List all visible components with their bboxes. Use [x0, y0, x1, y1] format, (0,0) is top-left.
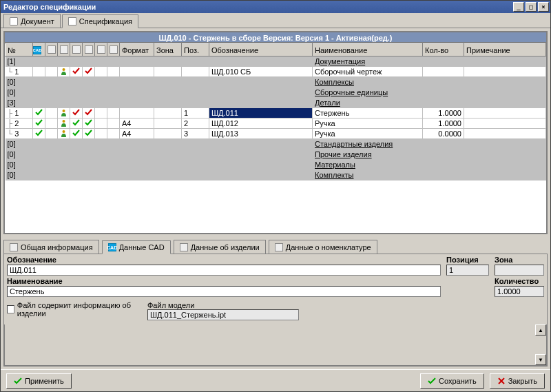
section-link[interactable]: Комплексы: [315, 78, 354, 86]
section-row[interactable]: [1] Документация: [6, 56, 546, 67]
model-area: ▲ ▼: [4, 324, 547, 366]
check-icon: [35, 119, 43, 127]
col-zone[interactable]: Зона: [154, 44, 182, 56]
check-icon: [85, 109, 92, 116]
check-icon: [72, 130, 80, 137]
col-icon-2[interactable]: [45, 44, 58, 56]
name-label: Наименование: [7, 277, 441, 285]
maximize-button[interactable]: □: [526, 2, 537, 12]
tab-general-info-label: Общая информация: [21, 243, 93, 251]
designation-field[interactable]: ШД.011: [7, 265, 441, 276]
apply-button[interactable]: Применить: [6, 373, 72, 389]
check-icon: [428, 377, 436, 385]
table-row[interactable]: ├ 2 A42 ШД.012 Ручка1.0000: [6, 118, 546, 129]
scroll-up[interactable]: ▲: [535, 324, 546, 336]
section-link[interactable]: Комплекты: [315, 171, 353, 179]
close-button[interactable]: Закрыть: [490, 373, 545, 389]
zone-label: Зона: [495, 256, 544, 264]
tab-icon: [180, 243, 188, 251]
tab-general-info[interactable]: Общая информация: [3, 240, 99, 254]
main-tabbar: Документ Спецификация: [1, 13, 550, 28]
col-icon-person[interactable]: [70, 44, 83, 56]
section-link[interactable]: Прочие изделия: [315, 150, 372, 158]
section-link[interactable]: Сборочные единицы: [315, 88, 388, 96]
section-row[interactable]: [0] Комплекты: [6, 170, 546, 180]
position-field: 1: [446, 265, 489, 276]
close-window-button[interactable]: ×: [538, 2, 549, 12]
spec-banner: ШД.010 - Стержень в сборе Версия: Версия…: [4, 32, 547, 43]
col-name[interactable]: Наименование: [313, 44, 423, 56]
col-icon-3[interactable]: [58, 44, 70, 56]
check-icon: [85, 119, 92, 127]
titlebar: Редактор спецификации _ □ ×: [1, 1, 550, 13]
check-icon: [35, 130, 43, 137]
col-icon-cad[interactable]: CAD: [33, 44, 45, 56]
minimize-button[interactable]: _: [513, 2, 524, 12]
check-icon: [85, 68, 92, 75]
col-note[interactable]: Примечание: [464, 44, 546, 56]
tab-icon: [275, 243, 283, 251]
check-icon: [72, 119, 80, 127]
col-pos[interactable]: Поз.: [182, 44, 209, 56]
file-contains-label: Файл содержит информацию об изделии: [17, 301, 145, 318]
check-icon: [72, 109, 80, 116]
section-link[interactable]: Стандартные изделия: [315, 140, 393, 148]
section-row[interactable]: [0] Сборочные единицы: [6, 87, 546, 98]
person-icon: [60, 68, 67, 75]
section-row[interactable]: [3] Детали: [6, 98, 546, 108]
tab-nomenclature-data-label: Данные о номенклатуре: [286, 243, 371, 251]
footer: Применить Сохранить Закрыть: [1, 369, 550, 391]
spec-grid[interactable]: № CAD Формат Зона Поз. Обозначение Наиме…: [4, 43, 547, 234]
check-icon: [14, 377, 22, 385]
table-row[interactable]: └ 3 A43 ШД.013 Ручка0.0000: [6, 129, 546, 139]
tab-icon: [10, 243, 18, 251]
tab-nomenclature-data[interactable]: Данные о номенклатуре: [269, 240, 377, 254]
section-row[interactable]: [0] Прочие изделия: [6, 149, 546, 160]
tab-cad-data-label: Данные CAD: [119, 243, 165, 251]
col-icon-6[interactable]: [95, 44, 107, 56]
file-contains-checkbox[interactable]: Файл содержит информацию об изделии: [7, 301, 145, 318]
tab-cad-data[interactable]: CAD Данные CAD: [102, 240, 171, 254]
section-link[interactable]: Документация: [315, 57, 365, 65]
col-designation[interactable]: Обозначение: [209, 44, 313, 56]
bottom-tabbar: Общая информация CAD Данные CAD Данные о…: [3, 240, 548, 254]
apply-button-label: Применить: [25, 377, 64, 385]
name-field[interactable]: Стержень: [7, 286, 441, 297]
svg-point-3: [63, 130, 65, 133]
tab-product-data[interactable]: Данные об изделии: [174, 240, 266, 254]
person-icon: [60, 130, 67, 137]
col-qty[interactable]: Кол-во: [423, 44, 464, 56]
qty-label: Количество: [495, 277, 544, 285]
section-link[interactable]: Материалы: [315, 161, 355, 169]
tab-document-label: Документ: [21, 17, 54, 25]
spec-icon: [68, 17, 76, 25]
document-icon: [10, 17, 18, 25]
person-icon: [60, 119, 67, 127]
section-row[interactable]: [0] Стандартные изделия: [6, 139, 546, 149]
scroll-down[interactable]: ▼: [535, 354, 546, 365]
close-button-label: Закрыть: [508, 377, 537, 385]
check-icon: [85, 130, 92, 137]
splitter[interactable]: [3, 234, 548, 238]
col-format[interactable]: Формат: [120, 44, 154, 56]
section-row[interactable]: [0] Комплексы: [6, 77, 546, 87]
save-button[interactable]: Сохранить: [420, 373, 484, 389]
designation-label: Обозначение: [7, 256, 441, 264]
x-icon: [497, 377, 506, 385]
table-row[interactable]: ├ 1 1 ШД.011 Стержень1.0000: [6, 108, 546, 118]
position-label: Позиция: [446, 256, 489, 264]
section-row[interactable]: [0] Материалы: [6, 160, 546, 170]
scrollbar[interactable]: ▲ ▼: [535, 324, 546, 365]
col-icon-7[interactable]: [107, 44, 120, 56]
tab-specification-label: Спецификация: [79, 17, 132, 25]
checkbox-icon: [7, 305, 14, 313]
check-icon: [35, 109, 43, 116]
detail-pane: Обозначение ШД.011 Наименование Стержень…: [3, 254, 548, 367]
tab-specification[interactable]: Спецификация: [62, 14, 138, 28]
col-num[interactable]: №: [6, 44, 33, 56]
person-icon: [60, 109, 67, 116]
col-icon-5[interactable]: [83, 44, 95, 56]
tab-document[interactable]: Документ: [3, 14, 61, 28]
section-link[interactable]: Детали: [315, 99, 340, 107]
table-row[interactable]: └ 1 ШД.010 СБ Сборочный чертеж: [6, 67, 546, 77]
